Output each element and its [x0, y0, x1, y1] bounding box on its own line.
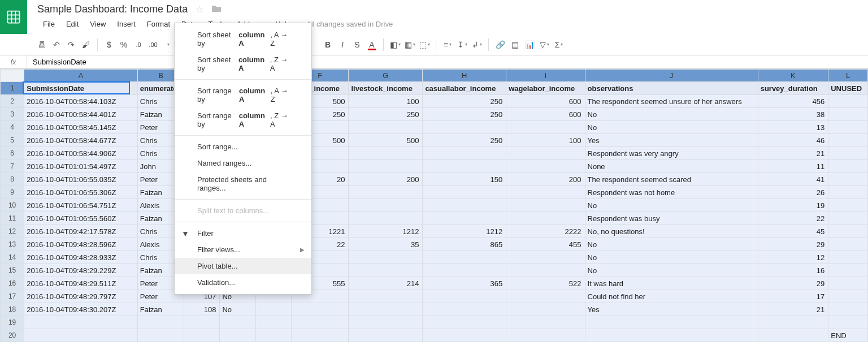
- cell[interactable]: [828, 121, 868, 134]
- cell[interactable]: 1212: [423, 225, 506, 238]
- cell[interactable]: 100: [506, 134, 585, 147]
- cell[interactable]: [24, 316, 138, 329]
- cell[interactable]: 2016-10-04T09:48:28.933Z: [24, 251, 138, 264]
- cell[interactable]: [828, 147, 868, 160]
- cell[interactable]: [585, 329, 758, 342]
- cell[interactable]: [828, 251, 868, 264]
- cell[interactable]: 2016-10-04T00:58:44.401Z: [24, 108, 138, 121]
- cell[interactable]: 2016-10-04T01:06:54.751Z: [24, 199, 138, 212]
- cell[interactable]: [255, 329, 291, 342]
- header-cell[interactable]: UNUSED: [828, 82, 868, 95]
- cell[interactable]: [292, 329, 349, 342]
- cell[interactable]: No: [585, 238, 758, 251]
- chart-icon[interactable]: 📊: [523, 38, 536, 51]
- cell[interactable]: 250: [349, 108, 423, 121]
- cell[interactable]: [137, 329, 184, 342]
- cell[interactable]: 600: [506, 95, 585, 108]
- formula-input[interactable]: [27, 55, 868, 68]
- row-header[interactable]: 7: [1, 160, 24, 173]
- cell[interactable]: [506, 290, 585, 303]
- cell[interactable]: 200: [349, 173, 423, 186]
- row-header[interactable]: 15: [1, 264, 24, 277]
- header-cell[interactable]: SubmissionDate: [24, 82, 138, 95]
- header-cell[interactable]: livestock_income: [349, 82, 423, 95]
- cell[interactable]: 500: [349, 134, 423, 147]
- column-header-A[interactable]: A: [24, 70, 138, 82]
- cell[interactable]: No: [585, 121, 758, 134]
- cell[interactable]: 45: [758, 225, 828, 238]
- cell[interactable]: No: [585, 264, 758, 277]
- cell[interactable]: [828, 264, 868, 277]
- cell[interactable]: [828, 303, 868, 316]
- cell[interactable]: [184, 329, 220, 342]
- folder-icon[interactable]: [211, 5, 222, 15]
- filter-icon[interactable]: ▽: [537, 38, 551, 51]
- cell[interactable]: [828, 277, 868, 290]
- cell[interactable]: 2016-10-04T09:48:30.207Z: [24, 303, 138, 316]
- cell[interactable]: 2016-10-04T01:01:54.497Z: [24, 160, 138, 173]
- cell[interactable]: Could not find her: [585, 290, 758, 303]
- header-cell[interactable]: wagelabor_income: [506, 82, 585, 95]
- fx-label[interactable]: fx: [0, 55, 27, 68]
- increase-decimal[interactable]: .00: [146, 38, 160, 51]
- cell[interactable]: [292, 303, 349, 316]
- select-all-corner[interactable]: [1, 70, 24, 82]
- menu-protected[interactable]: Protected sheets and ranges...: [175, 171, 311, 196]
- cell[interactable]: 41: [758, 173, 828, 186]
- cell[interactable]: [828, 160, 868, 173]
- cell[interactable]: [506, 186, 585, 199]
- h-align-icon[interactable]: ≡: [441, 38, 454, 51]
- format-currency[interactable]: $: [102, 38, 116, 51]
- cell[interactable]: [423, 316, 506, 329]
- cell[interactable]: 19: [758, 199, 828, 212]
- cell[interactable]: [828, 108, 868, 121]
- row-header[interactable]: 4: [1, 121, 24, 134]
- cell[interactable]: 2016-10-04T09:48:28.596Z: [24, 238, 138, 251]
- cell[interactable]: 2016-10-04T09:48:29.797Z: [24, 290, 138, 303]
- cell[interactable]: 21: [758, 147, 828, 160]
- cell[interactable]: [423, 329, 506, 342]
- cell[interactable]: Faizan: [137, 303, 184, 316]
- cell[interactable]: 11: [758, 160, 828, 173]
- cell[interactable]: No: [585, 199, 758, 212]
- cell[interactable]: [349, 264, 423, 277]
- cell[interactable]: [506, 303, 585, 316]
- cell[interactable]: 2016-10-04T01:06:55.560Z: [24, 212, 138, 225]
- cell[interactable]: [828, 199, 868, 212]
- cell[interactable]: [137, 316, 184, 329]
- cell[interactable]: 29: [758, 238, 828, 251]
- cell[interactable]: [292, 316, 349, 329]
- cell[interactable]: 2016-10-04T00:58:44.906Z: [24, 147, 138, 160]
- cell[interactable]: 2016-10-04T00:58:45.145Z: [24, 121, 138, 134]
- row-header[interactable]: 18: [1, 303, 24, 316]
- menu-sort-range[interactable]: Sort range...: [175, 139, 311, 155]
- row-header[interactable]: 6: [1, 147, 24, 160]
- menu-sort-sheet-az[interactable]: Sort sheet by column A, A → Z: [175, 27, 311, 51]
- sheets-logo[interactable]: [0, 0, 27, 34]
- cell[interactable]: 522: [506, 277, 585, 290]
- cell[interactable]: [423, 147, 506, 160]
- cell[interactable]: [585, 316, 758, 329]
- cell[interactable]: [828, 290, 868, 303]
- cell[interactable]: [506, 264, 585, 277]
- row-header[interactable]: 8: [1, 173, 24, 186]
- wrap-icon[interactable]: ↲: [470, 38, 484, 51]
- cell[interactable]: [828, 225, 868, 238]
- column-header-I[interactable]: I: [506, 70, 585, 82]
- menu-view[interactable]: View: [84, 18, 111, 31]
- cell[interactable]: [423, 121, 506, 134]
- cell[interactable]: [423, 212, 506, 225]
- cell[interactable]: It was hard: [585, 277, 758, 290]
- cell[interactable]: [506, 147, 585, 160]
- cell[interactable]: 2016-10-04T01:06:55.035Z: [24, 173, 138, 186]
- cell[interactable]: [349, 199, 423, 212]
- cell[interactable]: 22: [758, 212, 828, 225]
- cell[interactable]: [828, 316, 868, 329]
- cell[interactable]: [828, 134, 868, 147]
- cell[interactable]: 46: [758, 134, 828, 147]
- cell[interactable]: 1212: [349, 225, 423, 238]
- menu-filter[interactable]: ▼Filter: [175, 225, 311, 241]
- cell[interactable]: 100: [349, 95, 423, 108]
- cell[interactable]: 2016-10-04T09:48:29.511Z: [24, 277, 138, 290]
- more-formats[interactable]: [161, 38, 175, 51]
